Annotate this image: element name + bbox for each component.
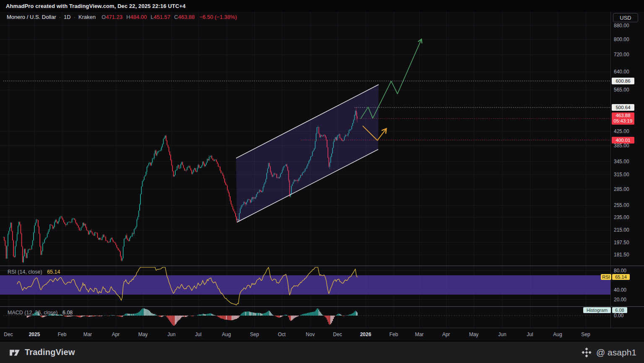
time-axis-label: Jun [498,332,506,337]
tradingview-logo[interactable]: TradingView [8,346,75,359]
price-tick-label: 800.00 [614,37,629,42]
price-tick-label: 197.50 [614,240,629,245]
histogram-axis-tag: Histogram [583,307,611,313]
time-axis-label: Dec [333,332,342,337]
price-tick-label: 235.00 [614,214,629,220]
creation-watermark-bar: AhmadPro created with TradingView.com, D… [0,0,644,12]
macd-value: 6.08 [62,310,73,316]
ohlc-readout: O471.23H484.00L451.57C463.88 [101,14,198,20]
time-axis-label: Aug [222,332,231,337]
ohlc-pair: L451.57 [151,14,170,20]
bar-countdown: 05:43:19 [612,118,634,124]
macd-title-text: MACD (12, 26, close) [8,310,57,316]
time-axis-label: Sep [581,332,590,337]
time-axis-label: May [138,332,148,337]
price-tick-label: 640.00 [614,69,629,75]
footer-toolbar: TradingView @ asaph1 [0,341,644,363]
tradingview-chart-screenshot: AhmadPro created with TradingView.com, D… [0,0,644,363]
time-axis-label: Jul [527,332,533,337]
last-price-label: 463.88 05:43:19 [612,112,634,125]
price-tick-label: 425.00 [614,128,629,134]
currency-toggle-button[interactable]: USD [613,13,638,22]
last-price-value: 463.88 [612,113,634,118]
rsi-indicator-title[interactable]: RSI (14, close) 65.14 [8,269,60,275]
price-tick-label: 255.00 [614,202,629,208]
chart-canvas[interactable]: 880.00800.00720.00640.00565.00425.00385.… [0,12,644,341]
symbol-title[interactable]: Monero / U.S. Dollar [7,14,56,20]
author-watermark-text: @ asaph1 [596,347,636,358]
time-axis-label: Apr [442,332,450,337]
rsi-title-text: RSI (14, close) [8,269,42,275]
time-axis-label: Mar [415,332,424,337]
price-tick-label: 880.00 [614,23,629,29]
time-axis-labels: Dec2025FebMarAprMayJunJulAugSepOctNovDec… [4,332,590,337]
rsi-axis-ticks: 80.0040.0020.00 [614,268,626,303]
time-axis-label: Dec [4,332,13,337]
separator-dot: · [74,14,75,20]
price-level-label-400: 400.01 [612,137,634,144]
macd-histogram [27,308,358,326]
macd-axis-ticks: 0.00 [614,313,624,319]
rsi-tick-label: 80.00 [614,268,626,274]
time-axis-label: Feb [58,332,67,337]
macd-tick-label: 0.00 [614,313,624,319]
macd-indicator-title[interactable]: MACD (12, 26, close) 6.08 [8,310,73,316]
price-tick-label: 315.00 [614,172,629,178]
rsi-tick-label: 40.00 [614,287,626,293]
time-axis-label: Jun [167,332,175,337]
rsi-value: 65.14 [47,269,60,275]
time-axis-label: Nov [306,332,314,337]
time-axis-label: Jul [195,332,201,337]
time-axis-label: Feb [390,332,398,337]
price-tick-label: 215.00 [614,227,629,233]
separator-dot: · [59,14,61,20]
time-axis-label: Oct [278,332,286,337]
tradingview-logo-text: TradingView [25,347,75,357]
rsi-tick-label: 20.00 [614,297,626,303]
author-watermark: @ asaph1 [581,347,636,358]
tradingview-logo-icon [8,346,21,359]
price-tick-label: 285.00 [614,186,629,192]
change-readout: −6.50 (−1.38%) [199,14,237,20]
symbol-info-bar: Monero / U.S. Dollar · 1D · Kraken O471.… [7,14,237,20]
time-axis-label: Apr [112,332,120,337]
rsi-axis-value-tag: 65.14 [612,274,630,280]
price-tick-label: 565.00 [614,87,629,93]
rsi-pane [0,271,610,300]
ohlc-pair: C463.88 [174,14,195,20]
price-tick-label: 385.00 [614,143,629,149]
price-level-label-500: 500.64 [612,104,634,111]
histogram-axis-value-tag: 6.08 [612,307,627,313]
price-level-label-600: 600.86 [612,78,634,84]
trend-channel [236,85,379,222]
time-axis-label: Sep [250,332,259,337]
time-axis-label: May [469,332,479,337]
price-tick-label: 720.00 [614,52,629,57]
creation-watermark-text: AhmadPro created with TradingView.com, D… [6,3,186,9]
price-tick-label: 345.00 [614,159,629,165]
time-axis-label: Mar [83,332,92,337]
time-axis-label: Aug [553,332,562,337]
rsi-axis-tag: RSI [601,274,611,280]
symbol-exchange[interactable]: Kraken [78,14,96,20]
channel-fill [236,85,379,222]
price-tick-label: 181.50 [614,252,629,258]
symbol-interval[interactable]: 1D [64,14,71,20]
ohlc-pair: H484.00 [126,14,147,20]
diamond-icon [581,347,592,358]
time-axis-label: 2025 [29,332,40,337]
time-axis-label: 2026 [360,332,371,337]
ohlc-pair: O471.23 [101,14,122,20]
